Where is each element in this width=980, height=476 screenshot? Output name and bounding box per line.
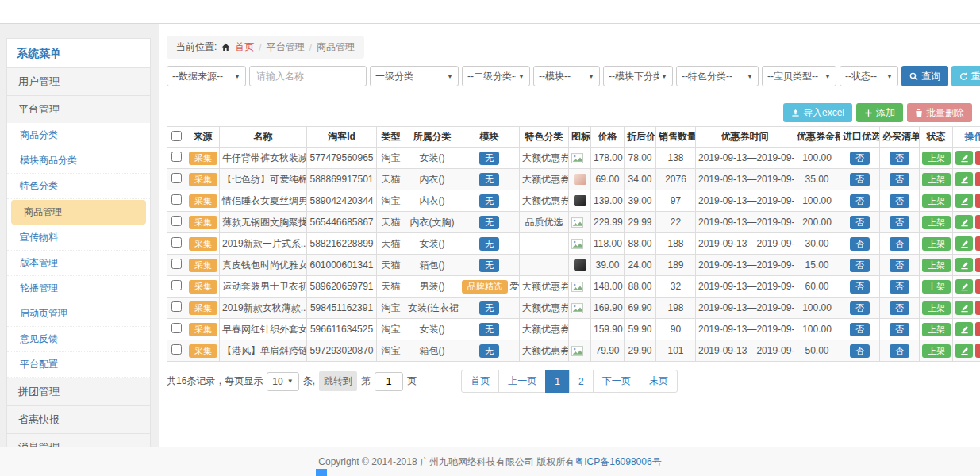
sidebar-item-8[interactable]: 轮播管理 [7,276,150,301]
must-buy-toggle-badge[interactable]: 否 [890,173,909,186]
delete-row-button[interactable] [975,151,980,165]
sidebar-item-3[interactable]: 模块商品分类 [7,148,150,174]
delete-row-button[interactable] [975,301,980,315]
sidebar-item-7[interactable]: 版本管理 [7,251,150,276]
edit-row-button[interactable] [955,236,973,251]
imported-toggle-badge[interactable]: 否 [850,301,870,315]
sidebar-item-2[interactable]: 商品分类 [7,123,150,148]
delete-row-button[interactable] [975,215,980,229]
feature-category-select[interactable]: --特色分类--▼ [676,66,759,86]
edit-row-button[interactable] [955,258,973,272]
module-badge[interactable]: 无 [479,173,499,186]
edit-row-button[interactable] [955,194,973,208]
sidebar-group-13[interactable]: 省惠快报 [7,405,150,433]
edit-row-button[interactable] [955,279,973,294]
page-button-下一页[interactable]: 下一页 [593,370,640,393]
status-badge[interactable]: 上架 [922,280,951,294]
sidebar-group-12[interactable]: 拼团管理 [7,378,150,405]
edit-row-button[interactable] [955,215,973,229]
module-sub-category-select[interactable]: --模块下分类--▼ [603,66,673,86]
row-checkbox[interactable] [171,344,182,355]
page-button-末页[interactable]: 末页 [640,370,678,393]
imported-toggle-badge[interactable]: 否 [850,152,870,165]
select-all-checkbox[interactable] [171,131,182,141]
row-checkbox[interactable] [171,259,182,269]
page-button-首页[interactable]: 首页 [461,370,499,393]
imported-toggle-badge[interactable]: 否 [850,194,870,208]
row-checkbox[interactable] [171,173,182,183]
row-checkbox[interactable] [171,237,182,248]
delete-row-button[interactable] [975,322,980,336]
status-badge[interactable]: 上架 [922,344,951,358]
breadcrumb-home-link[interactable]: 首页 [235,40,254,54]
sidebar-item-10[interactable]: 意见反馈 [7,327,150,352]
delete-row-button[interactable] [975,344,980,358]
item-type-select[interactable]: --宝贝类型--▼ [762,66,836,86]
sidebar-item-5[interactable]: 商品管理 [11,200,146,225]
edit-row-button[interactable] [955,301,973,315]
jump-to-button[interactable]: 跳转到 [319,371,357,391]
status-badge[interactable]: 上架 [922,259,951,272]
status-badge[interactable]: 上架 [922,194,951,208]
must-buy-toggle-badge[interactable]: 否 [890,152,909,165]
page-button-2[interactable]: 2 [569,370,594,393]
module-badge[interactable]: 无 [479,323,499,336]
search-button[interactable]: 查询 [901,66,948,86]
module-select[interactable]: --模块--▼ [533,66,600,86]
imported-toggle-badge[interactable]: 否 [850,344,870,358]
name-input[interactable] [249,66,367,86]
delete-row-button[interactable] [975,194,980,208]
delete-row-button[interactable] [975,258,980,272]
status-badge[interactable]: 上架 [922,237,951,251]
imported-toggle-badge[interactable]: 否 [850,237,870,251]
imported-toggle-badge[interactable]: 否 [850,216,870,229]
must-buy-toggle-badge[interactable]: 否 [890,216,909,229]
row-checkbox[interactable] [171,280,182,290]
must-buy-toggle-badge[interactable]: 否 [890,344,909,358]
status-select[interactable]: --状态--▼ [840,66,898,86]
module-badge[interactable]: 无 [479,237,499,251]
edit-row-button[interactable] [955,172,973,186]
row-checkbox[interactable] [171,152,182,162]
jump-page-input[interactable] [375,372,403,391]
reset-button[interactable]: 重置 [951,66,980,86]
imported-toggle-badge[interactable]: 否 [850,323,870,336]
level2-category-select[interactable]: --二级分类--▼ [462,66,530,86]
imported-toggle-badge[interactable]: 否 [850,259,870,272]
sidebar-group-0[interactable]: 用户管理 [7,67,150,95]
row-checkbox[interactable] [171,216,182,226]
must-buy-toggle-badge[interactable]: 否 [890,323,909,336]
sidebar-item-9[interactable]: 启动页管理 [7,301,150,327]
import-excel-button[interactable]: 导入excel [783,103,852,122]
page-button-上一页[interactable]: 上一页 [498,370,546,393]
must-buy-toggle-badge[interactable]: 否 [890,301,909,315]
module-badge[interactable]: 无 [479,301,499,315]
row-checkbox[interactable] [171,323,182,333]
edit-row-button[interactable] [955,322,973,336]
row-checkbox[interactable] [171,194,182,205]
sidebar-group-1[interactable]: 平台管理 [7,95,150,123]
page-size-select[interactable]: 10 ▼ [267,372,298,391]
module-badge[interactable]: 无 [479,216,499,229]
add-button[interactable]: 添加 [856,103,903,122]
must-buy-toggle-badge[interactable]: 否 [890,259,909,272]
must-buy-toggle-badge[interactable]: 否 [890,237,909,251]
status-badge[interactable]: 上架 [922,301,951,315]
module-badge[interactable]: 品牌精选 [462,280,508,294]
module-badge[interactable]: 无 [479,344,499,358]
icp-link[interactable]: 粤ICP备16098006号 [575,455,661,469]
edit-row-button[interactable] [955,151,973,165]
row-checkbox[interactable] [171,301,182,312]
level1-category-select[interactable]: 一级分类▼ [370,66,459,86]
status-badge[interactable]: 上架 [922,216,951,229]
data-source-select[interactable]: --数据来源--▼ [167,66,246,86]
imported-toggle-badge[interactable]: 否 [850,173,870,186]
must-buy-toggle-badge[interactable]: 否 [890,194,909,208]
sidebar-item-11[interactable]: 平台配置 [7,352,150,378]
delete-row-button[interactable] [975,172,980,186]
status-badge[interactable]: 上架 [922,323,951,336]
edit-row-button[interactable] [955,344,973,358]
delete-row-button[interactable] [975,236,980,251]
batch-delete-button[interactable]: 批量删除 [907,103,972,122]
module-badge[interactable]: 无 [479,194,499,208]
